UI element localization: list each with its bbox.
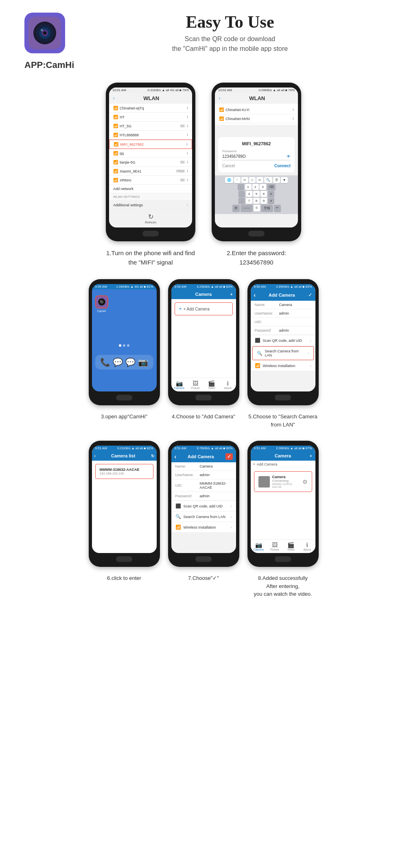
- option-wireless-install[interactable]: 📶 Wireless Installation ›: [251, 361, 315, 371]
- wifi-HT[interactable]: 📶 HT ℹ: [109, 113, 192, 122]
- add-camera-header-7: ‹ Add Camera ✓: [171, 451, 236, 462]
- tab-video-8[interactable]: 🎬 Video: [283, 540, 299, 553]
- back-icon-6[interactable]: ‹: [94, 454, 96, 458]
- add-btn-8[interactable]: +: [310, 454, 312, 458]
- connected-camera-item[interactable]: Camera Connecting MMMM-318632-AACAE ⚙: [254, 471, 312, 492]
- status-bar-3: 9:55 AM 1.04KB/s ▲ 4G all ■ 81%: [92, 284, 157, 289]
- dock-phone[interactable]: 📞: [100, 357, 110, 367]
- svg-point-6: [41, 29, 43, 31]
- status-bar-7: 9:51 AM 9.76KB/s ▲ all all ■ 82%: [171, 446, 236, 451]
- phones-row-3: 9:51 AM 0.21KB/s ▲ all all ■ 82% ‹ Camer…: [0, 437, 407, 571]
- refresh-icon-6[interactable]: ↻: [151, 454, 154, 458]
- home-button-6[interactable]: [116, 556, 132, 562]
- home-button-5[interactable]: [275, 395, 291, 400]
- wifi-chinanet-mrin[interactable]: 📶 ChinaNet-MriN ℹ: [215, 114, 298, 123]
- app-camhi[interactable]: CamHi: [95, 295, 108, 313]
- option-search-lan-7[interactable]: 🔍 Search Camera from LAN ›: [171, 512, 236, 522]
- home-button-4[interactable]: [195, 395, 212, 400]
- keyboard-row-nums-top: . 1 2 3 ⌫: [217, 184, 296, 190]
- tab-picture[interactable]: 🖼 Picture: [187, 378, 204, 391]
- check-icon[interactable]: ✓: [308, 292, 312, 298]
- wifi-MIFI[interactable]: 📶 MIFI_9627862 ℹ: [109, 140, 192, 149]
- add-camera-button[interactable]: + + Add Camera: [175, 302, 233, 315]
- tab-picture-8[interactable]: 🖼 Picture: [267, 540, 283, 553]
- main-title: Easy To Use: [77, 12, 383, 32]
- home-button-3[interactable]: [116, 395, 132, 400]
- tab-camera-8[interactable]: 📷 Camera: [251, 540, 267, 553]
- option-search-lan[interactable]: 🔍 Search Camera from LAN ›: [252, 346, 314, 360]
- camera-add-icon[interactable]: +: [230, 292, 233, 297]
- additional-settings[interactable]: Additional settings ›: [109, 201, 192, 210]
- pwd-buttons: Cancel Connect: [222, 164, 291, 168]
- main-subtitle: Scan the QR code or download the "CamHi"…: [77, 34, 383, 54]
- form-name-7: Name: Camera: [171, 462, 236, 471]
- tab-video[interactable]: 🎬 Video: [204, 378, 220, 391]
- wlan-nav: ‹ WLAN: [109, 93, 192, 104]
- tab-about[interactable]: ℹ About: [220, 378, 236, 391]
- form-password: Password admin: [251, 326, 315, 335]
- app-icon: [24, 13, 65, 53]
- wifi-tianjie[interactable]: 📶 tianjie-5G 5G ℹ: [109, 158, 192, 167]
- camera-form-7: Name: Camera UserName: admin UID: MMMM-3…: [171, 462, 236, 501]
- status-bar-4: 9:50 AM 4.23KB/s ▲ all all ■ 83%: [171, 284, 236, 289]
- screen-step7: 9:51 AM 9.76KB/s ▲ all all ■ 82% ‹ Add C…: [171, 446, 236, 553]
- form-uid: UID:: [251, 318, 315, 326]
- header-text-block: Easy To Use Scan the QR code or download…: [77, 12, 383, 54]
- caption-step2: 2.Enter the password: 1234567890: [212, 249, 301, 267]
- status-bar-1: 10:01 AM 0.21KB/s ▲ all 4G all ■ 79%: [109, 87, 192, 93]
- camera-list-body: MMMM-318632-AACAE 192.168.100.100: [92, 461, 157, 553]
- settings-icon-8[interactable]: ⚙: [302, 479, 308, 485]
- dock-chat[interactable]: 💬: [113, 357, 123, 367]
- wifi-xiaomi[interactable]: 📶 Xiaomi_9E41 FREE ℹ: [109, 167, 192, 176]
- screen-step2: 10:02 AM 0.09KB/s ▲ all all ■ 79% ‹ WLAN…: [215, 87, 298, 227]
- top-wifi-list: 📶 ChinaNet-KcYi ℹ 📶 ChinaNet-MriN ℹ: [215, 104, 298, 125]
- home-button-8[interactable]: [275, 556, 291, 562]
- tab-camera[interactable]: 📷 Camera: [171, 378, 188, 391]
- wifi-ChinaNet-wjTq[interactable]: 📶 ChinaNet-wjTq ℹ: [109, 104, 192, 113]
- password-input[interactable]: 123456789O 👁: [222, 153, 291, 160]
- connect-button[interactable]: Connect: [274, 164, 291, 168]
- refresh-button[interactable]: ↻ Refresh: [109, 210, 192, 227]
- add-network[interactable]: Add network: [109, 185, 192, 193]
- option-scan-qr[interactable]: ⬛ Scan QR code, add UID ›: [251, 335, 315, 346]
- password-field: Password 123456789O 👁: [222, 149, 291, 160]
- tab-about-8[interactable]: ℹ About: [299, 540, 315, 553]
- svg-point-11: [100, 300, 101, 302]
- add-camera-label-8[interactable]: + Add Camera: [251, 461, 315, 468]
- form-username-7: UserName: admin: [171, 471, 236, 479]
- dock-camera[interactable]: 📷: [138, 357, 148, 367]
- screen-step4: 9:50 AM 4.23KB/s ▲ all all ■ 83% Camera …: [171, 284, 236, 391]
- phone-step5: 9:50 AM 2.85KB/s ▲ all all ■ 83% ‹ Add C…: [247, 279, 319, 405]
- keyboard-row-nums-mid: 4 5 6 #: [217, 191, 296, 197]
- wifi-xrmai[interactable]: 📶 XRMAI 5G ℹ: [109, 176, 192, 185]
- home-button-7[interactable]: [195, 556, 212, 562]
- status-bar-5: 9:50 AM 2.85KB/s ▲ all all ■ 83%: [251, 284, 315, 289]
- home-button-1[interactable]: [142, 231, 159, 236]
- keyboard: 🌐 " ✂ □ ↩ 🔍 ☰ ▼ . 1 2 3 ⌫: [215, 175, 298, 214]
- app-label: APP:CamHi: [0, 58, 407, 79]
- form-password-7: Password admin: [171, 492, 236, 501]
- wlan-nav-2: ‹ WLAN: [215, 93, 298, 104]
- form-username: UserName: admin: [251, 309, 315, 318]
- wifi-qq[interactable]: 📶 qq ℹ: [109, 149, 192, 158]
- cancel-button[interactable]: Cancel: [222, 164, 235, 168]
- caption-row-2: 3.open app"CamHi" 4.Choose to "Add Camer…: [0, 409, 407, 437]
- back-arrow[interactable]: ‹: [254, 292, 256, 298]
- wifi-HTL888888[interactable]: 📶 HTL888888 ℹ: [109, 131, 192, 140]
- back-arrow-7[interactable]: ‹: [175, 453, 177, 460]
- option-scan-qr-7[interactable]: ⬛ Scan QR code, add UID ›: [171, 501, 236, 512]
- page-header: Easy To Use Scan the QR code or download…: [0, 0, 407, 58]
- camera-list-title: ‹ Camera list ↻: [92, 451, 157, 461]
- camera-found-item[interactable]: MMMM-318632-AACAE 192.168.100.100: [95, 464, 153, 479]
- wifi-chinanet-kcyi[interactable]: 📶 ChinaNet-KcYi ℹ: [215, 105, 298, 114]
- home-button-2[interactable]: [248, 231, 265, 236]
- status-bar-2: 10:02 AM 0.09KB/s ▲ all all ■ 79%: [215, 87, 298, 93]
- keyboard-row-nums-zero: 井 —— 0 空格 ↵: [217, 205, 296, 212]
- phone-step3: 9:55 AM 1.04KB/s ▲ 4G all ■ 81%: [89, 279, 160, 405]
- caption-step8: 8.Added successfully After entering, you…: [247, 574, 319, 598]
- check-icon-7[interactable]: ✓: [225, 453, 233, 460]
- option-wireless-install-7[interactable]: 📶 Wireless Installation ›: [171, 522, 236, 533]
- caption-step6: 6.click to enter: [89, 574, 160, 598]
- dock-msg[interactable]: 💬: [125, 357, 136, 367]
- wifi-HT5G[interactable]: 📶 HT_5G 5G ℹ: [109, 122, 192, 131]
